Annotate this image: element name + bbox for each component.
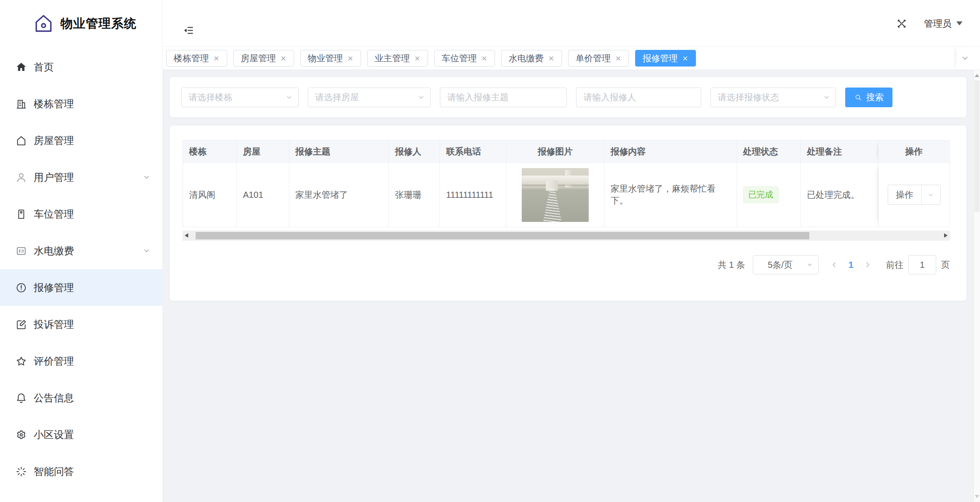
repair-subject-input[interactable] — [440, 88, 567, 107]
close-tab-icon[interactable] — [280, 55, 287, 62]
water-spray-graphic — [543, 188, 562, 222]
tab-repairs[interactable]: 报修管理 — [635, 50, 696, 67]
sidebar-item-utilities[interactable]: 水电缴费 — [0, 232, 162, 269]
total-count: 共 1 条 — [718, 259, 745, 271]
row-action-dropdown[interactable]: 操作 — [888, 185, 941, 205]
close-tab-icon[interactable] — [548, 55, 555, 62]
page-unit-label: 页 — [941, 259, 950, 271]
sidebar-item-home[interactable]: 首页 — [0, 49, 162, 85]
current-page[interactable]: 1 — [848, 260, 854, 270]
table-horizontal-scrollbar — [183, 231, 950, 241]
goto-page-input[interactable] — [908, 255, 936, 274]
tab-parking[interactable]: 车位管理 — [434, 50, 495, 67]
close-tab-icon[interactable] — [414, 55, 421, 62]
sidebar-item-community-settings[interactable]: 小区设置 — [0, 416, 162, 453]
sidebar-menu: 首页 楼栋管理 房屋管理 用户管理 车位管理 水电缴费 — [0, 49, 162, 490]
utility-meter-icon — [15, 245, 27, 257]
filter-bar: 请选择楼栋 请选择房屋 请选择报修状态 搜索 — [170, 77, 966, 117]
sidebar-item-buildings[interactable]: 楼栋管理 — [0, 85, 162, 122]
sidebar-item-houses[interactable]: 房屋管理 — [0, 122, 162, 159]
parking-tag-icon — [15, 208, 27, 220]
sidebar-item-parking[interactable]: 车位管理 — [0, 196, 162, 232]
house-icon — [15, 135, 27, 147]
column-header: 操作 — [878, 140, 949, 162]
column-header: 房屋 — [237, 140, 289, 162]
logo-house-icon — [33, 13, 54, 34]
page-vertical-scrollbar — [973, 70, 980, 502]
chevron-down-icon — [418, 94, 425, 101]
scroll-down-arrow[interactable] — [975, 495, 979, 498]
fullscreen-icon[interactable] — [896, 18, 907, 29]
building-icon — [15, 98, 27, 110]
user-icon — [15, 172, 27, 183]
sidebar-item-smart-qa[interactable]: 智能问答 — [0, 453, 162, 490]
column-header: 联系电话 — [440, 140, 506, 162]
close-tab-icon[interactable] — [682, 55, 688, 62]
building-select[interactable]: 请选择楼栋 — [181, 88, 299, 107]
row-action-caret[interactable] — [922, 185, 940, 204]
tab-utilities[interactable]: 水电缴费 — [501, 50, 562, 67]
app-title: 物业管理系统 — [60, 15, 137, 32]
repair-photo[interactable] — [522, 168, 589, 222]
house-select[interactable]: 请选择房屋 — [308, 88, 431, 107]
cell-content: 家里水管堵了，麻烦帮忙看下。 — [604, 163, 737, 227]
pagination: 共 1 条 5条/页 1 前往 页 — [183, 255, 950, 274]
user-menu[interactable]: 管理员 — [924, 18, 962, 30]
sidebar-item-reviews[interactable]: 评价管理 — [0, 343, 162, 379]
app-logo: 物业管理系统 — [0, 0, 162, 47]
table-header-row: 楼栋 房屋 报修主题 报修人 联系电话 报修图片 报修内容 处理状态 处理备注 … — [183, 140, 949, 162]
repair-status-select[interactable]: 请选择报修状态 — [710, 88, 836, 107]
topbar: 管理员 — [163, 0, 980, 47]
main-content: 请选择楼栋 请选择房屋 请选择报修状态 搜索 楼栋 — [163, 70, 973, 502]
collapse-sidebar-icon[interactable] — [183, 25, 194, 36]
scroll-left-arrow[interactable] — [185, 233, 188, 238]
sidebar-item-users[interactable]: 用户管理 — [0, 159, 162, 196]
scroll-right-arrow[interactable] — [944, 233, 948, 238]
chevron-down-icon — [285, 94, 293, 101]
chevron-down-icon — [823, 94, 830, 101]
sidebar-item-repairs[interactable]: 报修管理 — [0, 269, 162, 306]
sidebar-item-complaints[interactable]: 投诉管理 — [0, 306, 162, 343]
app-root: 物业管理系统 首页 楼栋管理 房屋管理 用户管理 车位管理 — [0, 0, 980, 502]
chevron-down-icon — [961, 54, 969, 63]
close-tab-icon[interactable] — [481, 55, 488, 62]
repairs-table-card: 楼栋 房屋 报修主题 报修人 联系电话 报修图片 报修内容 处理状态 处理备注 … — [170, 126, 966, 301]
tab-property[interactable]: 物业管理 — [300, 50, 361, 67]
prev-page-icon[interactable] — [830, 260, 839, 269]
scrollbar-thumb[interactable] — [196, 232, 809, 239]
next-page-icon[interactable] — [863, 260, 872, 269]
status-badge: 已完成 — [743, 186, 779, 203]
scrollbar-thumb[interactable] — [974, 81, 980, 212]
column-header: 处理状态 — [737, 140, 801, 162]
reporter-input[interactable] — [576, 88, 701, 107]
search-button[interactable]: 搜索 — [845, 88, 892, 107]
repairs-table: 楼栋 房屋 报修主题 报修人 联系电话 报修图片 报修内容 处理状态 处理备注 … — [183, 140, 950, 227]
close-tab-icon[interactable] — [213, 55, 220, 62]
close-tab-icon[interactable] — [347, 55, 354, 62]
tab-overflow-button[interactable] — [956, 47, 973, 70]
table-row: 清风阁 A101 家里水管堵了 张珊珊 11111111111 家里水管堵了，麻… — [183, 162, 949, 227]
cell-remark: 已处理完成。 — [801, 163, 878, 227]
scroll-up-arrow[interactable] — [975, 74, 979, 77]
page-size-select[interactable]: 5条/页 — [753, 255, 818, 274]
sparkle-icon — [15, 466, 27, 477]
column-header: 报修主题 — [289, 140, 389, 162]
tab-houses[interactable]: 房屋管理 — [233, 50, 294, 67]
caret-down-icon — [956, 21, 962, 25]
tab-unit-price[interactable]: 单价管理 — [568, 50, 629, 67]
cell-house: A101 — [237, 163, 289, 227]
sidebar-item-announcements[interactable]: 公告信息 — [0, 379, 162, 416]
gear-icon — [15, 429, 27, 441]
column-header: 报修图片 — [506, 140, 604, 162]
tabbar: 楼栋管理 房屋管理 物业管理 业主管理 车位管理 水电缴费 单价管理 报修管理 — [163, 47, 980, 70]
cell-status: 已完成 — [737, 163, 801, 227]
cell-image — [506, 163, 604, 227]
column-header: 楼栋 — [183, 140, 237, 162]
row-action-label: 操作 — [888, 185, 921, 204]
cell-phone: 11111111111 — [440, 163, 506, 227]
close-tab-icon[interactable] — [615, 55, 622, 62]
tab-buildings[interactable]: 楼栋管理 — [166, 50, 227, 67]
chevron-down-icon — [927, 192, 934, 198]
column-header: 报修内容 — [604, 140, 737, 162]
tab-owners[interactable]: 业主管理 — [367, 50, 428, 67]
